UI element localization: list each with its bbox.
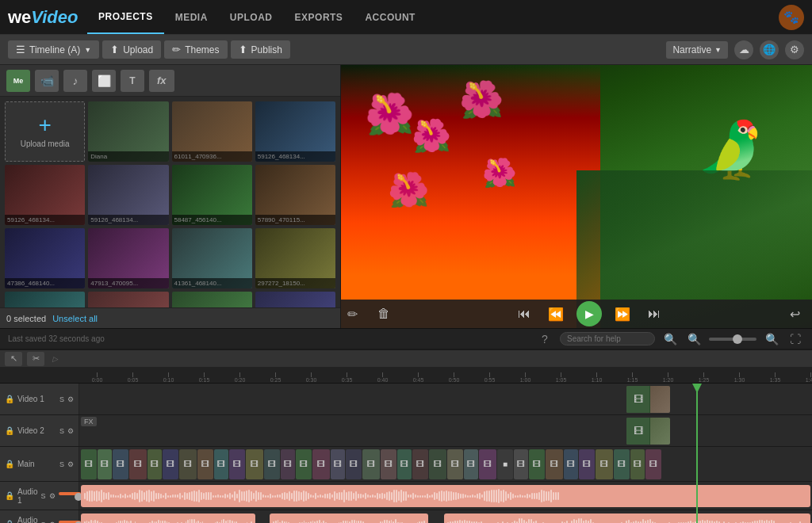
undo-button[interactable]: ↩ <box>783 303 806 325</box>
track-label-video2: 🔒 Video 2 S ⚙ <box>0 415 79 446</box>
delete-tool-button[interactable]: 🗑 <box>373 303 395 325</box>
media-item[interactable]: 61011_470936... <box>172 101 252 162</box>
media-item[interactable]: 297272_18150... <box>255 228 335 288</box>
media-item[interactable]: 59126_468134... <box>88 165 168 225</box>
flower-decoration: 🌺 <box>412 117 451 155</box>
saved-status: Last saved 32 seconds ago <box>8 334 105 343</box>
prev-frame-button[interactable]: ⏪ <box>545 303 567 325</box>
track-menu-icon[interactable]: ⚙ <box>49 492 56 500</box>
media-tool-image[interactable]: Me <box>6 70 30 92</box>
lock-icon[interactable]: 🔒 <box>5 460 14 468</box>
user-avatar[interactable]: 🐾 <box>779 5 804 30</box>
track-menu-icon[interactable]: ⚙ <box>49 521 56 524</box>
razor-tool[interactable]: ✂ <box>27 352 44 366</box>
narrative-button[interactable]: Narrative ▼ <box>666 41 728 59</box>
video-frame: 🌺 🌺 🌺 🌺 🌺 🦜 <box>341 65 812 328</box>
media-item[interactable]: 47386_468140... <box>5 228 85 288</box>
timeline-section: ↖ ✂ ▷ 0:00 0:05 0:10 0:15 0:20 0:25 0:30… <box>0 349 812 523</box>
settings-button[interactable]: ⚙ <box>785 40 804 59</box>
video-clip[interactable]: 🎞 <box>626 418 670 445</box>
ruler-mark: 1:30 <box>722 372 757 383</box>
lock-icon[interactable]: 🔒 <box>5 426 14 435</box>
nav-media[interactable]: MEDIA <box>164 0 219 34</box>
timeline-button[interactable]: ☰ Timeline (A) ▼ <box>8 40 99 59</box>
edit-tool-button[interactable]: ✏ <box>341 303 363 325</box>
media-item[interactable]: Diana <box>88 101 168 162</box>
lock-icon[interactable]: 🔒 <box>5 520 14 523</box>
image-icon: Me <box>13 77 24 85</box>
track-content-main[interactable]: 🎞 🎞 🎞 🎞 🎞 🎞 🎞 🎞 🎞 🎞 🎞 🎞 🎞 🎞 🎞 🎞 <box>79 447 812 482</box>
themes-button[interactable]: ✏ Themes <box>164 40 227 59</box>
logo[interactable]: weVideo <box>0 7 87 28</box>
track-content-video1[interactable]: 🎞 <box>79 384 812 414</box>
cursor-tool[interactable]: ↖ <box>5 352 22 366</box>
media-item[interactable]: IMG_3137 <box>172 292 252 307</box>
zoom-slider[interactable] <box>709 338 756 341</box>
zoom-in-button[interactable]: 🔍 <box>763 330 780 348</box>
audio-clip-2[interactable] <box>270 513 428 523</box>
nav-projects[interactable]: PROJECTS <box>87 0 164 34</box>
track-audio1: 🔒 Audio 1 S ⚙ <box>0 482 812 510</box>
media-tool-fx[interactable]: fx <box>149 70 174 92</box>
ruler-mark: 0:00 <box>79 372 115 383</box>
zoom-handle[interactable] <box>733 334 742 344</box>
lock-icon[interactable]: 🔒 <box>5 395 14 403</box>
upload-media-button[interactable]: + Upload media <box>5 101 85 162</box>
track-menu-icon[interactable]: ⚙ <box>67 460 74 468</box>
media-tool-screen[interactable]: ⬜ <box>92 70 116 92</box>
search-icon[interactable]: 🔍 <box>661 330 679 348</box>
clip-thumbnail: 🎞 <box>626 418 650 445</box>
media-footer: 0 selected Unselect all <box>0 307 340 328</box>
upload-button[interactable]: ⬆ Upload <box>102 40 161 59</box>
fullscreen-button[interactable]: ⛶ <box>787 330 804 348</box>
media-tool-audio[interactable]: ♪ <box>63 70 87 92</box>
media-item[interactable]: 717A4_463711... <box>255 292 335 307</box>
preview-controls: ✏ 🗑 ⏮ ⏪ ▶ ⏩ ⏭ ↩ <box>341 300 812 328</box>
toolbar-right: Narrative ▼ ☁ 🌐 ⚙ <box>666 40 804 59</box>
track-menu-icon[interactable]: ⚙ <box>67 395 74 403</box>
audio-clip-3[interactable] <box>444 513 810 523</box>
audio-clip[interactable] <box>81 485 810 507</box>
media-tool-text[interactable]: T <box>121 70 144 92</box>
media-item[interactable]: 41361_468140... <box>172 228 252 288</box>
media-tool-video[interactable]: 📹 <box>35 70 59 92</box>
ruler-mark: 1:40 <box>793 372 812 383</box>
publish-button[interactable]: ⬆ Publish <box>231 40 290 59</box>
zoom-out-button[interactable]: 🔍 <box>685 330 703 348</box>
search-help-input[interactable] <box>560 332 655 345</box>
timeline-tracks[interactable]: 🔒 Video 1 S ⚙ 🎞 🔒 Video 2 S ⚙ FX <box>0 384 812 523</box>
media-item[interactable]: camera-shutter... <box>88 292 168 307</box>
track-content-video2[interactable]: FX 🎞 <box>79 415 812 446</box>
ruler-mark: 0:10 <box>151 372 186 383</box>
video-preview: 🌺 🌺 🌺 🌺 🌺 🦜 ✏ 🗑 ⏮ ⏪ ▶ ⏩ ⏭ <box>341 65 812 328</box>
track-content-audio2[interactable]: Edit | Delete <box>79 510 812 523</box>
skip-back-button[interactable]: ⏮ <box>513 303 535 325</box>
next-frame-button[interactable]: ⏩ <box>611 303 634 325</box>
video-clip[interactable]: 🎞 <box>626 386 670 413</box>
media-item[interactable]: 58487_456140... <box>172 165 252 225</box>
media-item[interactable]: 59126_468134... <box>5 165 85 225</box>
track-content-audio1[interactable] <box>79 482 812 510</box>
skip-forward-button[interactable]: ⏭ <box>643 303 665 325</box>
media-grid-container[interactable]: + Upload media Diana 61011_470936... 591… <box>0 97 340 307</box>
unselect-all-button[interactable]: Unselect all <box>52 314 98 323</box>
flower-decoration: 🌺 <box>388 170 429 209</box>
cloud-button[interactable]: ☁ <box>734 40 753 59</box>
nav-upload[interactable]: UPLOAD <box>219 0 284 34</box>
lock-icon[interactable]: 🔒 <box>5 491 14 500</box>
media-item[interactable]: 59126_468134... <box>255 101 335 162</box>
play-button[interactable]: ▶ <box>576 301 602 326</box>
globe-button[interactable]: 🌐 <box>760 40 779 59</box>
media-item[interactable]: Paddington_Bear... <box>5 292 85 307</box>
track-main: 🔒 Main S ⚙ 🎞 🎞 🎞 🎞 🎞 🎞 🎞 🎞 🎞 🎞 <box>0 447 812 482</box>
track-audio2: 🔒 Audio 2 S ⚙ <box>0 510 812 523</box>
nav-exports[interactable]: EXPORTS <box>284 0 354 34</box>
playhead[interactable] <box>696 384 698 523</box>
track-video2: 🔒 Video 2 S ⚙ FX 🎞 <box>0 415 812 447</box>
audio-clip-1[interactable] <box>81 513 255 523</box>
nav-account[interactable]: ACCOUNT <box>354 0 427 34</box>
media-item[interactable]: 57890_470115... <box>255 165 335 225</box>
media-item[interactable]: 47913_470095... <box>88 228 168 288</box>
track-menu-icon[interactable]: ⚙ <box>67 427 74 435</box>
help-button[interactable]: ? <box>536 330 553 348</box>
